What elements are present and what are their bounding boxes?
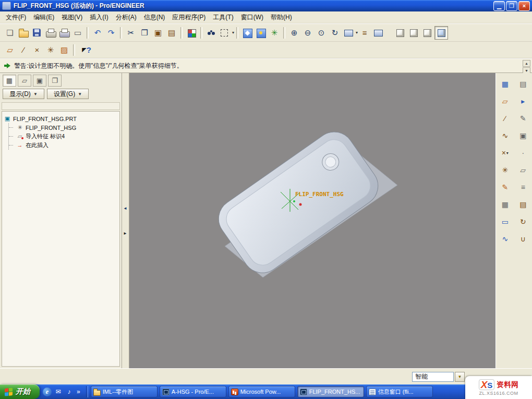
cut-icon[interactable]: ✂	[125, 27, 137, 39]
menu-edit[interactable]: 编辑(E)	[30, 11, 58, 23]
selection-filter-combobox[interactable]: 智能	[412, 372, 454, 382]
message-scroll-up-icon[interactable]: ▲	[523, 60, 530, 67]
redo-icon[interactable]: ↷	[105, 27, 117, 39]
folder-browser-tab-icon[interactable]: ▱	[18, 75, 31, 87]
grid-icon[interactable]: ▦	[498, 199, 512, 210]
paste-icon[interactable]: ▣	[152, 27, 164, 39]
zoom-in-icon[interactable]: ⊕	[288, 27, 300, 39]
save-icon[interactable]	[31, 27, 43, 39]
regenerate-icon[interactable]	[185, 27, 198, 39]
tree-item-part[interactable]: ▣ FLIP_FRONT_HSG.PRT	[4, 114, 118, 123]
menu-window[interactable]: 窗口(W)	[237, 11, 267, 23]
tree-item-csys[interactable]: ✳ FLIP_FRONT_HSG	[9, 123, 118, 132]
quick-launch-overflow-icon[interactable]: »	[76, 388, 81, 395]
axis-orient-icon[interactable]: ▸	[516, 95, 530, 107]
find-icon[interactable]	[205, 27, 217, 39]
pick-box-icon[interactable]	[241, 27, 253, 39]
task-button-iml-folder[interactable]: IML--零件图	[91, 386, 158, 397]
select-mode-dropdown-icon[interactable]: ▾	[232, 30, 234, 35]
saved-views-dropdown-icon[interactable]: ▾	[356, 30, 358, 35]
plot-icon[interactable]	[58, 27, 70, 39]
layer-display-icon[interactable]: ≡	[516, 182, 530, 193]
sketch-icon[interactable]: ✎	[498, 182, 512, 193]
show-menu-button[interactable]: 显示(D) ▼	[3, 89, 44, 99]
extrude-icon[interactable]: ▭	[498, 216, 512, 227]
mail-icon[interactable]: ✉	[54, 388, 63, 396]
close-button-icon[interactable]: ×	[518, 1, 530, 11]
plane-display-icon[interactable]: ▱	[516, 164, 530, 176]
start-button[interactable]: 开始	[0, 384, 40, 399]
datum-curve-icon[interactable]: ∿	[498, 130, 512, 141]
connections-tab-icon[interactable]: ❐	[48, 75, 62, 87]
menu-file[interactable]: 文件(F)	[2, 11, 30, 23]
context-help-icon[interactable]: ◤ ?	[78, 44, 95, 56]
panel-splitter[interactable]: ◄ ►	[122, 73, 129, 368]
datum-point-dropdown-icon[interactable]: ▾	[506, 151, 509, 155]
revolve-icon[interactable]: ↻	[516, 216, 530, 227]
restore-button-icon[interactable]: ❐	[506, 1, 517, 11]
datum-axis-icon[interactable]: ∕	[498, 113, 512, 124]
no-hidden-display-icon[interactable]	[421, 27, 433, 39]
settings-menu-button[interactable]: 设置(G) ▼	[47, 89, 89, 99]
datum-plane-icon[interactable]: ▱	[498, 95, 512, 107]
spin-center-icon[interactable]: ✳	[268, 27, 281, 39]
new-file-icon[interactable]: ❏	[4, 27, 16, 39]
internet-explorer-icon[interactable]: e	[43, 388, 52, 396]
model-tree-tab-icon[interactable]: ▦	[3, 75, 16, 87]
hidden-line-display-icon[interactable]	[407, 27, 420, 39]
layers-icon[interactable]: ≡	[358, 27, 371, 39]
model-canvas[interactable]: FLIP_FRONT_HSG	[129, 73, 495, 368]
sweep-icon[interactable]: ∿	[498, 233, 512, 245]
media-player-icon[interactable]: ♪	[65, 388, 74, 396]
wireframe-display-icon[interactable]	[394, 27, 406, 39]
copy-icon[interactable]: ❐	[138, 27, 151, 39]
selection-filter-dropdown-icon[interactable]: ▼	[455, 372, 465, 382]
tree-item-import-feature[interactable]: ▱ 导入特征 标识4	[9, 132, 118, 141]
paste-special-icon[interactable]: ▤	[165, 27, 178, 39]
select-mode-icon[interactable]	[219, 27, 231, 39]
shaded-display-icon[interactable]	[434, 26, 448, 40]
round-icon[interactable]: ∪	[516, 233, 530, 245]
datum-point-icon[interactable]: ×▾	[498, 147, 512, 159]
panel-expand-icon[interactable]: ►	[123, 229, 128, 237]
phone-housing-model[interactable]	[211, 124, 385, 281]
pattern-icon[interactable]: ▤	[516, 199, 530, 210]
print-icon[interactable]	[44, 27, 57, 39]
refit-icon[interactable]: ⊙	[315, 27, 328, 39]
selection-filter-icon[interactable]: ▦	[498, 78, 512, 90]
csys-tool-icon[interactable]: ✳	[44, 44, 57, 56]
csys-icon[interactable]: ✳	[498, 164, 512, 176]
undo-icon[interactable]: ↶	[91, 27, 104, 39]
task-button-flip-front-hsg[interactable]: FLIP_FRONT_HS...	[297, 386, 364, 397]
point-display-icon[interactable]: ·	[516, 147, 530, 159]
style-tool-icon[interactable]: ▣	[516, 130, 530, 141]
favorites-tab-icon[interactable]: ▣	[33, 75, 46, 87]
sketch-tool-icon[interactable]: ▨	[58, 44, 70, 56]
menu-view[interactable]: 视图(V)	[58, 11, 86, 23]
panel-collapse-icon[interactable]: ◄	[123, 204, 128, 212]
task-button-a-hsg-proe[interactable]: A-HSG - Pro/E...	[160, 386, 226, 397]
task-button-powerpoint[interactable]: Microsoft Pow...	[228, 386, 295, 397]
menu-help[interactable]: 帮助(H)	[267, 11, 296, 23]
menu-insert[interactable]: 插入(I)	[86, 11, 112, 23]
datum-display-icon[interactable]: ▤	[516, 78, 530, 90]
erase-display-icon[interactable]: ▭	[71, 27, 84, 39]
menu-tools[interactable]: 工具(T)	[209, 11, 237, 23]
open-file-icon[interactable]	[17, 27, 30, 39]
datum-point-tool-icon[interactable]: ×	[31, 44, 43, 56]
pick-chain-icon[interactable]	[255, 27, 267, 39]
saved-views-icon[interactable]	[342, 27, 355, 39]
datum-axis-tool-icon[interactable]: ∕	[17, 44, 30, 56]
task-button-info-window[interactable]: 信息窗口 (fli...	[366, 386, 433, 397]
menu-info[interactable]: 信息(N)	[140, 11, 169, 23]
reorient-icon[interactable]: ↻	[329, 27, 341, 39]
menu-applications[interactable]: 应用程序(P)	[168, 11, 209, 23]
menu-analysis[interactable]: 分析(A)	[112, 11, 140, 23]
view-manager-icon[interactable]	[372, 27, 384, 39]
annotation-icon[interactable]: ✎	[516, 113, 530, 124]
graphics-area[interactable]: FLIP_FRONT_HSG	[129, 73, 495, 368]
tree-item-insert-here[interactable]: → 在此插入	[9, 141, 118, 150]
datum-plane-tool-icon[interactable]: ▱	[4, 44, 16, 56]
minimize-button-icon[interactable]: ▁	[493, 1, 505, 11]
zoom-out-icon[interactable]: ⊖	[301, 27, 314, 39]
